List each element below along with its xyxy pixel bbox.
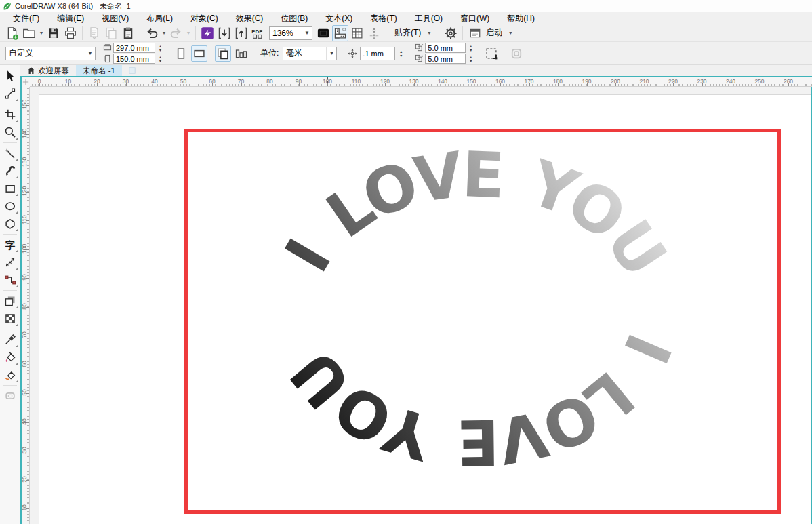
transparency-tool[interactable]	[1, 310, 19, 327]
units-dropdown-arrow[interactable]: ▼	[326, 47, 336, 60]
page-border-button[interactable]	[508, 45, 525, 62]
rectangle-tool[interactable]	[1, 180, 19, 197]
interactive-fill-tool[interactable]	[1, 348, 19, 366]
export-button[interactable]	[233, 25, 249, 41]
parallel-dimension-tool[interactable]	[1, 254, 19, 271]
save-button[interactable]	[45, 25, 62, 41]
paste-icon	[121, 26, 135, 40]
undo-dropdown-arrow[interactable]: ▾	[161, 30, 167, 36]
ruler-origin-corner[interactable]	[20, 77, 30, 87]
paste-button[interactable]	[120, 25, 136, 41]
menu-text[interactable]: 文本(X)	[317, 12, 361, 24]
smart-fill-tool[interactable]	[1, 366, 19, 384]
landscape-button[interactable]	[191, 45, 207, 62]
crop-tool[interactable]	[1, 106, 19, 123]
artistic-media-tool[interactable]	[1, 162, 19, 180]
duplicate-x-spinner[interactable]: ▴▾	[467, 43, 474, 53]
drop-shadow-tool[interactable]	[1, 292, 19, 310]
pick-tool[interactable]	[1, 67, 19, 85]
toolbox-separator	[3, 234, 17, 235]
freehand-tool[interactable]	[1, 144, 19, 162]
duplicate-y-spinner[interactable]: ▴▾	[467, 54, 474, 64]
zoom-level-combo[interactable]: 136% ▼	[269, 26, 312, 40]
preset-dropdown-arrow[interactable]: ▼	[85, 47, 95, 60]
eyedropper-icon	[4, 334, 16, 346]
treat-as-filled-button[interactable]	[483, 45, 500, 62]
page-height-spinner[interactable]: ▴▾	[157, 54, 164, 64]
ellipse-tool[interactable]	[1, 197, 19, 215]
search-content-button[interactable]	[199, 25, 216, 41]
text-tool[interactable]: 字	[1, 236, 19, 254]
menu-help[interactable]: 帮助(H)	[498, 12, 544, 24]
snap-to-dropdown-arrow: ▾	[426, 30, 432, 36]
redo-dropdown-arrow[interactable]: ▾	[185, 30, 192, 36]
menu-object[interactable]: 对象(C)	[182, 12, 227, 24]
ruler-label: 90	[21, 273, 28, 282]
menu-view[interactable]: 视图(V)	[93, 12, 138, 24]
publish-pdf-button[interactable]: PDF	[250, 25, 266, 41]
current-page-button[interactable]	[215, 45, 231, 62]
ruler-label: 80	[21, 302, 28, 311]
duplicate-x-field[interactable]: 5.0 mm	[425, 43, 466, 53]
home-icon	[27, 66, 35, 75]
ruler-tick	[26, 422, 29, 423]
page-width-spinner[interactable]: ▴▾	[157, 43, 164, 53]
menu-tools[interactable]: 工具(O)	[406, 12, 451, 24]
show-guidelines-button[interactable]	[366, 25, 382, 41]
pick-arrow-icon	[4, 70, 16, 82]
zoom-tool[interactable]	[1, 123, 19, 141]
units-combo[interactable]: 毫米 ▼	[283, 47, 337, 60]
red-selection-frame[interactable]	[184, 129, 781, 514]
portrait-button[interactable]	[173, 45, 189, 62]
page-height-field[interactable]: 150.0 mm	[113, 54, 155, 64]
menu-table[interactable]: 表格(T)	[361, 12, 405, 24]
menu-bitmaps[interactable]: 位图(B)	[272, 12, 317, 24]
cut-button[interactable]	[86, 25, 102, 41]
show-rulers-button[interactable]	[332, 25, 348, 41]
undo-button[interactable]	[144, 25, 160, 41]
launch-button[interactable]: 启动 ▾	[466, 26, 516, 41]
duplicate-y-field[interactable]: 5.0 mm	[425, 54, 466, 64]
redo-button[interactable]	[168, 25, 184, 41]
nudge-spinner[interactable]: ▴▾	[397, 47, 405, 60]
new-tab-button[interactable]	[122, 65, 142, 76]
tab-untitled-document[interactable]: 未命名 -1	[76, 65, 122, 76]
zoom-dropdown-arrow[interactable]: ▼	[302, 27, 312, 39]
options-button[interactable]	[443, 25, 459, 41]
menu-edit[interactable]: 编辑(E)	[48, 12, 93, 24]
ruler-tick	[184, 83, 184, 86]
import-button[interactable]	[216, 25, 232, 41]
snap-to-button[interactable]: 贴齐(T) ▾	[390, 26, 435, 41]
open-button[interactable]	[21, 25, 37, 41]
polygon-tool[interactable]	[1, 215, 19, 233]
ruler-tick	[39, 83, 40, 86]
show-grid-button[interactable]	[349, 25, 365, 41]
copy-button[interactable]	[103, 25, 119, 41]
open-dropdown-arrow[interactable]: ▾	[38, 30, 45, 36]
page-width-field[interactable]: 297.0 mm	[113, 43, 155, 53]
shape-node-icon	[4, 87, 16, 100]
menu-layout[interactable]: 布局(L)	[138, 12, 182, 24]
menu-effects[interactable]: 效果(C)	[227, 12, 272, 24]
print-button[interactable]	[62, 25, 79, 41]
shape-tool[interactable]	[1, 85, 19, 102]
outline-tool[interactable]	[1, 387, 19, 405]
ruler-tick	[26, 393, 29, 394]
full-screen-preview-button[interactable]	[315, 25, 331, 41]
drawing-canvas[interactable]: I LOVE YOU I LOVE YOU	[30, 87, 812, 524]
menu-file[interactable]: 文件(F)	[4, 12, 48, 24]
ruler-tick	[26, 220, 29, 221]
new-document-button[interactable]	[4, 25, 20, 41]
ruler-tick	[558, 83, 559, 86]
menu-window[interactable]: 窗口(W)	[451, 12, 498, 24]
v-ruler[interactable]: 150140130120110100908070605040302010	[20, 87, 30, 524]
page-preset-combo[interactable]: 自定义 ▼	[5, 47, 96, 60]
connector-tool[interactable]	[1, 271, 19, 289]
nudge-field[interactable]: .1 mm	[360, 47, 395, 60]
crop-icon	[4, 108, 16, 121]
tab-welcome-screen[interactable]: 欢迎屏幕	[20, 65, 76, 76]
all-pages-button[interactable]	[233, 45, 249, 62]
duplicate-x-value: 5.0 mm	[428, 44, 453, 52]
color-eyedropper-tool[interactable]	[1, 331, 19, 348]
h-ruler[interactable]: 0102030405060708090100110120130140150160…	[30, 77, 812, 87]
